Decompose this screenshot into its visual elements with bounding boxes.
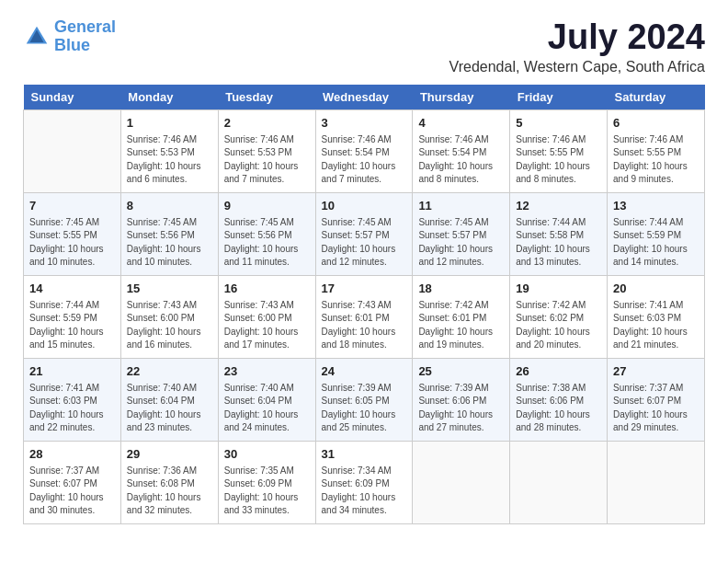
month-title: July 2024: [449, 18, 705, 57]
calendar-cell: 20Sunrise: 7:41 AM Sunset: 6:03 PM Dayli…: [608, 275, 705, 358]
day-info: Sunrise: 7:45 AM Sunset: 5:56 PM Dayligh…: [127, 216, 212, 270]
calendar-week-row: 7Sunrise: 7:45 AM Sunset: 5:55 PM Daylig…: [24, 192, 705, 275]
day-number: 31: [322, 446, 407, 463]
calendar-cell: 14Sunrise: 7:44 AM Sunset: 5:59 PM Dayli…: [24, 275, 121, 358]
day-number: 18: [418, 281, 504, 297]
calendar-cell: [608, 441, 705, 523]
calendar-cell: 15Sunrise: 7:43 AM Sunset: 6:00 PM Dayli…: [120, 275, 218, 358]
day-info: Sunrise: 7:46 AM Sunset: 5:55 PM Dayligh…: [613, 133, 699, 187]
calendar-cell: 17Sunrise: 7:43 AM Sunset: 6:01 PM Dayli…: [315, 275, 413, 358]
day-info: Sunrise: 7:40 AM Sunset: 6:04 PM Dayligh…: [224, 382, 310, 435]
day-info: Sunrise: 7:44 AM Sunset: 5:59 PM Dayligh…: [29, 299, 115, 352]
logo: General Blue: [23, 18, 116, 55]
day-info: Sunrise: 7:35 AM Sunset: 6:09 PM Dayligh…: [224, 465, 310, 518]
calendar-cell: 8Sunrise: 7:45 AM Sunset: 5:56 PM Daylig…: [120, 192, 218, 275]
day-info: Sunrise: 7:45 AM Sunset: 5:57 PM Dayligh…: [418, 216, 504, 270]
day-info: Sunrise: 7:46 AM Sunset: 5:53 PM Dayligh…: [224, 133, 310, 187]
location-title: Vredendal, Western Cape, South Africa: [449, 59, 705, 75]
day-number: 12: [516, 198, 601, 214]
calendar-cell: 3Sunrise: 7:46 AM Sunset: 5:54 PM Daylig…: [315, 109, 413, 192]
title-area: July 2024 Vredendal, Western Cape, South…: [449, 18, 705, 75]
day-info: Sunrise: 7:37 AM Sunset: 6:07 PM Dayligh…: [613, 382, 699, 435]
calendar-cell: 4Sunrise: 7:46 AM Sunset: 5:54 PM Daylig…: [413, 109, 510, 192]
calendar-cell: 30Sunrise: 7:35 AM Sunset: 6:09 PM Dayli…: [218, 441, 315, 523]
logo-text: General Blue: [54, 18, 116, 55]
day-info: Sunrise: 7:45 AM Sunset: 5:57 PM Dayligh…: [322, 216, 407, 270]
day-info: Sunrise: 7:46 AM Sunset: 5:54 PM Dayligh…: [418, 133, 504, 187]
calendar-cell: [413, 441, 510, 523]
day-number: 3: [322, 115, 407, 132]
day-info: Sunrise: 7:37 AM Sunset: 6:07 PM Dayligh…: [29, 465, 115, 518]
day-number: 10: [322, 198, 407, 214]
day-number: 26: [516, 363, 601, 380]
logo-line1: General: [54, 17, 116, 36]
day-info: Sunrise: 7:44 AM Sunset: 5:59 PM Dayligh…: [613, 216, 699, 270]
calendar-week-row: 28Sunrise: 7:37 AM Sunset: 6:07 PM Dayli…: [24, 441, 705, 523]
day-info: Sunrise: 7:41 AM Sunset: 6:03 PM Dayligh…: [29, 382, 115, 435]
day-info: Sunrise: 7:45 AM Sunset: 5:55 PM Dayligh…: [29, 216, 115, 270]
day-number: 15: [127, 281, 212, 297]
day-number: 5: [516, 115, 601, 132]
day-number: 21: [29, 363, 115, 380]
calendar-cell: 19Sunrise: 7:42 AM Sunset: 6:02 PM Dayli…: [510, 275, 608, 358]
calendar-cell: 28Sunrise: 7:37 AM Sunset: 6:07 PM Dayli…: [24, 441, 121, 523]
day-number: 7: [29, 198, 115, 214]
calendar-cell: 25Sunrise: 7:39 AM Sunset: 6:06 PM Dayli…: [413, 358, 510, 441]
day-info: Sunrise: 7:43 AM Sunset: 6:00 PM Dayligh…: [127, 299, 212, 352]
logo-icon: [23, 23, 51, 51]
calendar-cell: 29Sunrise: 7:36 AM Sunset: 6:08 PM Dayli…: [120, 441, 218, 523]
calendar-cell: 2Sunrise: 7:46 AM Sunset: 5:53 PM Daylig…: [218, 109, 315, 192]
calendar-cell: 12Sunrise: 7:44 AM Sunset: 5:58 PM Dayli…: [510, 192, 608, 275]
calendar-week-row: 21Sunrise: 7:41 AM Sunset: 6:03 PM Dayli…: [24, 358, 705, 441]
calendar-cell: 10Sunrise: 7:45 AM Sunset: 5:57 PM Dayli…: [315, 192, 413, 275]
day-info: Sunrise: 7:42 AM Sunset: 6:02 PM Dayligh…: [516, 299, 601, 352]
day-info: Sunrise: 7:41 AM Sunset: 6:03 PM Dayligh…: [613, 299, 699, 352]
day-number: 2: [224, 115, 310, 132]
day-number: 27: [613, 363, 699, 380]
calendar-cell: 5Sunrise: 7:46 AM Sunset: 5:55 PM Daylig…: [510, 109, 608, 192]
calendar-cell: 21Sunrise: 7:41 AM Sunset: 6:03 PM Dayli…: [24, 358, 121, 441]
column-header-saturday: Saturday: [608, 85, 705, 110]
logo-line2: Blue: [54, 36, 90, 54]
day-info: Sunrise: 7:34 AM Sunset: 6:09 PM Dayligh…: [322, 465, 407, 518]
day-number: 22: [127, 363, 212, 380]
calendar-week-row: 14Sunrise: 7:44 AM Sunset: 5:59 PM Dayli…: [24, 275, 705, 358]
day-info: Sunrise: 7:44 AM Sunset: 5:58 PM Dayligh…: [516, 216, 601, 270]
calendar-cell: [510, 441, 608, 523]
day-info: Sunrise: 7:40 AM Sunset: 6:04 PM Dayligh…: [127, 382, 212, 435]
calendar-cell: 27Sunrise: 7:37 AM Sunset: 6:07 PM Dayli…: [608, 358, 705, 441]
day-info: Sunrise: 7:39 AM Sunset: 6:06 PM Dayligh…: [418, 382, 504, 435]
day-info: Sunrise: 7:42 AM Sunset: 6:01 PM Dayligh…: [418, 299, 504, 352]
calendar-cell: 23Sunrise: 7:40 AM Sunset: 6:04 PM Dayli…: [218, 358, 315, 441]
day-info: Sunrise: 7:46 AM Sunset: 5:55 PM Dayligh…: [516, 133, 601, 187]
calendar-cell: [24, 109, 121, 192]
day-number: 29: [127, 446, 212, 463]
column-header-thursday: Thursday: [413, 85, 510, 110]
calendar-cell: 9Sunrise: 7:45 AM Sunset: 5:56 PM Daylig…: [218, 192, 315, 275]
day-number: 23: [224, 363, 310, 380]
day-info: Sunrise: 7:39 AM Sunset: 6:05 PM Dayligh…: [322, 382, 407, 435]
day-number: 25: [418, 363, 504, 380]
day-number: 8: [127, 198, 212, 214]
day-info: Sunrise: 7:38 AM Sunset: 6:06 PM Dayligh…: [516, 382, 601, 435]
day-number: 4: [418, 115, 504, 132]
day-number: 24: [322, 363, 407, 380]
day-info: Sunrise: 7:45 AM Sunset: 5:56 PM Dayligh…: [224, 216, 310, 270]
calendar-cell: 7Sunrise: 7:45 AM Sunset: 5:55 PM Daylig…: [24, 192, 121, 275]
column-header-monday: Monday: [120, 85, 218, 110]
calendar-table: SundayMondayTuesdayWednesdayThursdayFrid…: [23, 85, 705, 524]
day-number: 19: [516, 281, 601, 297]
calendar-cell: 11Sunrise: 7:45 AM Sunset: 5:57 PM Dayli…: [413, 192, 510, 275]
calendar-cell: 13Sunrise: 7:44 AM Sunset: 5:59 PM Dayli…: [608, 192, 705, 275]
column-header-tuesday: Tuesday: [218, 85, 315, 110]
day-number: 17: [322, 281, 407, 297]
calendar-week-row: 1Sunrise: 7:46 AM Sunset: 5:53 PM Daylig…: [24, 109, 705, 192]
column-header-sunday: Sunday: [24, 85, 121, 110]
day-number: 1: [127, 115, 212, 132]
column-header-friday: Friday: [510, 85, 608, 110]
calendar-cell: 6Sunrise: 7:46 AM Sunset: 5:55 PM Daylig…: [608, 109, 705, 192]
day-number: 6: [613, 115, 699, 132]
calendar-cell: 31Sunrise: 7:34 AM Sunset: 6:09 PM Dayli…: [315, 441, 413, 523]
page-header: General Blue July 2024 Vredendal, Wester…: [23, 18, 705, 75]
day-number: 14: [29, 281, 115, 297]
